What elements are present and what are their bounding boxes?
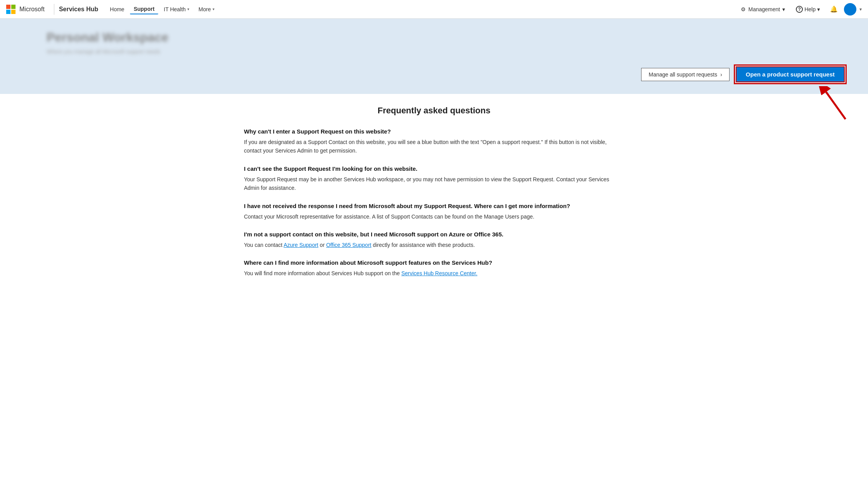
nav-home[interactable]: Home — [106, 5, 128, 14]
faq-item-3: I have not received the response I need … — [244, 202, 624, 221]
faq-question-4: I'm not a support contact on this websit… — [244, 230, 624, 238]
hero-subtitle: Where you manage all Microsoft support n… — [47, 49, 845, 55]
nav-help[interactable]: ? Help ▾ — [792, 4, 824, 14]
manage-requests-button[interactable]: Manage all support requests › — [641, 68, 729, 81]
azure-support-link[interactable]: Azure Support — [284, 242, 318, 248]
main-content: Frequently asked questions Why can't I e… — [221, 94, 647, 299]
microsoft-wordmark: Microsoft — [19, 6, 45, 13]
faq-question-2: I can't see the Support Request I'm look… — [244, 165, 624, 173]
nav-bar: Microsoft Services Hub Home Support IT H… — [0, 0, 868, 19]
notifications-icon[interactable]: 🔔 — [827, 4, 841, 14]
faq-item-1: Why can't I enter a Support Request on t… — [244, 127, 624, 155]
app-brand: Services Hub — [59, 6, 98, 13]
faq-answer-5: You will find more information about Ser… — [244, 269, 624, 278]
faq-answer-4-prefix: You can contact — [244, 242, 284, 248]
faq-answer-4-middle: or — [318, 242, 326, 248]
help-chevron-icon: ▾ — [817, 6, 820, 12]
microsoft-logo — [6, 5, 16, 14]
faq-answer-5-prefix: You will find more information about Ser… — [244, 270, 401, 276]
svg-line-1 — [826, 92, 846, 119]
user-avatar[interactable] — [844, 3, 856, 16]
it-health-chevron-icon: ▾ — [187, 7, 189, 11]
faq-item-5: Where can I find more information about … — [244, 259, 624, 278]
hero-banner: Personal Workspace Where you manage all … — [0, 19, 868, 94]
faq-answer-2: Your Support Request may be in another S… — [244, 175, 624, 193]
nav-right: Management ▾ ? Help ▾ 🔔 ▾ — [737, 3, 862, 16]
nav-links: Home Support IT Health ▾ More ▾ — [106, 4, 737, 14]
office365-support-link[interactable]: Office 365 Support — [326, 242, 371, 248]
faq-item-4: I'm not a support contact on this websit… — [244, 230, 624, 249]
nav-support[interactable]: Support — [130, 4, 159, 14]
help-circle-icon: ? — [796, 6, 803, 13]
faq-question-5: Where can I find more information about … — [244, 259, 624, 267]
hero-title: Personal Workspace — [47, 30, 845, 45]
faq-answer-3: Contact your Microsoft representative fo… — [244, 212, 624, 221]
faq-answer-4-suffix: directly for assistance with these produ… — [371, 242, 475, 248]
logo-container[interactable]: Microsoft — [6, 5, 45, 14]
logo-blue — [6, 10, 10, 14]
faq-question-1: Why can't I enter a Support Request on t… — [244, 127, 624, 135]
avatar-chevron-icon[interactable]: ▾ — [859, 7, 862, 12]
logo-yellow — [11, 10, 16, 14]
faq-answer-1: If you are designated as a Support Conta… — [244, 138, 624, 155]
faq-answer-4: You can contact Azure Support or Office … — [244, 241, 624, 249]
logo-red — [6, 5, 10, 9]
faq-question-3: I have not received the response I need … — [244, 202, 624, 210]
more-chevron-icon: ▾ — [213, 7, 214, 11]
management-chevron-icon: ▾ — [782, 6, 785, 12]
logo-green — [11, 5, 16, 9]
resource-center-link[interactable]: Services Hub Resource Center. — [401, 270, 477, 276]
faq-title: Frequently asked questions — [244, 106, 624, 116]
nav-management[interactable]: Management ▾ — [737, 5, 789, 14]
hero-actions: Manage all support requests › Open a pro… — [47, 66, 845, 82]
gear-icon — [741, 6, 746, 12]
nav-it-health[interactable]: IT Health ▾ — [160, 5, 193, 14]
nav-more[interactable]: More ▾ — [195, 5, 218, 14]
open-support-request-button[interactable]: Open a product support request — [736, 66, 845, 82]
faq-item-2: I can't see the Support Request I'm look… — [244, 165, 624, 193]
nav-divider — [54, 4, 54, 15]
arrow-right-icon: › — [720, 71, 722, 78]
